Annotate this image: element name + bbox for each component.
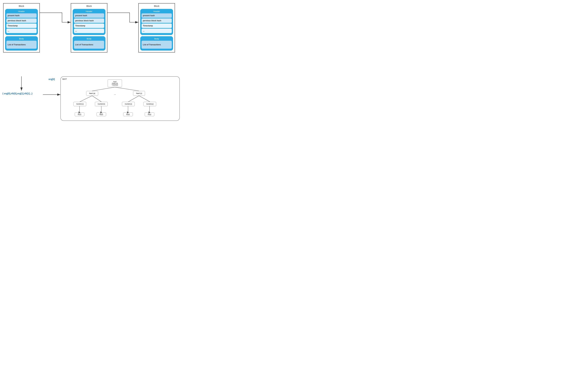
svg-line-3 bbox=[92, 96, 101, 102]
tree-dots: ... bbox=[114, 93, 116, 95]
block3-title: Block bbox=[154, 5, 159, 7]
diagram-container: Block Header present hash pervious block… bbox=[0, 0, 191, 124]
org-label: org[0] bbox=[48, 78, 55, 81]
svg-line-5 bbox=[139, 96, 150, 102]
tree-hash-id1: Hash[ID(1)] bbox=[73, 102, 86, 106]
block2-body-label: Body bbox=[74, 38, 104, 40]
block3-transactions: List of Transactions bbox=[142, 41, 172, 49]
block3-header-label: Header bbox=[142, 10, 172, 13]
mht-container: MHT Hash (Hash (a) +Hash(z)) Hash (a) ..… bbox=[61, 76, 180, 121]
tree-idy: ID(y) bbox=[145, 112, 154, 116]
block1-transactions: List of Transactions bbox=[6, 41, 37, 49]
block2-transactions: List of Transactions bbox=[74, 41, 104, 49]
block2-prev-hash: pervious block hash bbox=[74, 19, 104, 23]
svg-line-0 bbox=[92, 87, 115, 91]
block1-header-box: Header present hash pervious block hash … bbox=[5, 9, 38, 35]
block3-ellipsis: ... bbox=[142, 29, 172, 33]
block2-body-box: Body List of Transactions bbox=[73, 36, 105, 51]
tree-hash-idx: Hash[ID(x)] bbox=[122, 102, 135, 106]
svg-line-4 bbox=[128, 96, 139, 102]
tree-root-node: Hash (Hash (a) +Hash(z)) bbox=[108, 80, 122, 87]
block1-header-label: Header bbox=[6, 10, 37, 13]
tree-hash-idy: Hash[ID(y)] bbox=[144, 102, 156, 106]
block1-present-hash: present hash bbox=[6, 13, 37, 18]
block3-header-box: Header present hash pervious block hash … bbox=[140, 9, 173, 35]
block1-body-box: Body List of Transactions bbox=[5, 36, 38, 51]
block2-ellipsis: ... bbox=[74, 29, 104, 33]
tree-hash-a: Hash (a) bbox=[86, 91, 98, 96]
tree-id2: ID(2) bbox=[97, 112, 106, 116]
block3-present-hash: present hash bbox=[142, 13, 172, 18]
block-2: Block Header present hash pervious block… bbox=[71, 3, 107, 52]
tree-id1: ID(1) bbox=[75, 112, 84, 116]
block1-body-label: Body bbox=[6, 38, 37, 40]
block1-title: Block bbox=[19, 5, 24, 7]
block2-header-box: Header present hash pervious block hash … bbox=[73, 9, 105, 35]
block3-prev-hash: pervious block hash bbox=[142, 19, 172, 23]
block1-timestamp: Timestamp bbox=[6, 23, 37, 28]
block-3: Block Header present hash pervious block… bbox=[138, 3, 175, 52]
tree-idx: ID(x) bbox=[123, 112, 133, 116]
block3-body-box: Body List of Transactions bbox=[140, 36, 173, 51]
svg-line-2 bbox=[80, 96, 92, 102]
block1-ellipsis: ... bbox=[6, 29, 37, 33]
block2-title: Block bbox=[86, 5, 92, 7]
block3-timestamp: Timestamp bbox=[142, 23, 172, 28]
tree-hash-z: Hash (z) bbox=[133, 91, 145, 96]
mht-label: MHT bbox=[62, 78, 67, 80]
tree-hash-id2: Hash[ID(2)] bbox=[95, 102, 108, 106]
block2-header-label: Header bbox=[74, 10, 104, 13]
block1-prev-hash: pervious block hash bbox=[6, 19, 37, 23]
block2-timestamp: Timestamp bbox=[74, 23, 104, 28]
block2-present-hash: present hash bbox=[74, 13, 104, 18]
svg-line-1 bbox=[115, 87, 139, 91]
transaction-list-label: { org[0],rth[0],org[1],rth[1]...} bbox=[2, 92, 32, 95]
block3-body-label: Body bbox=[142, 38, 172, 40]
block-1: Block Header present hash pervious block… bbox=[3, 3, 40, 52]
